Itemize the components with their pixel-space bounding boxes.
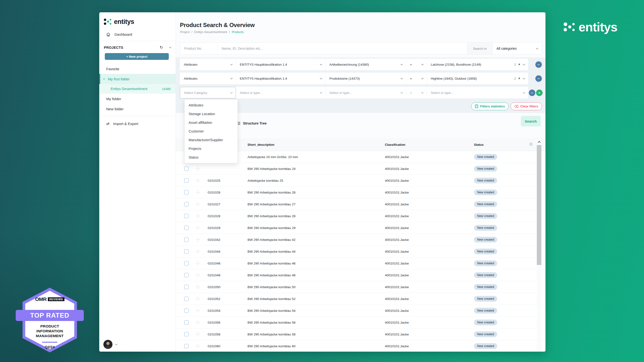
filter-classification-select[interactable]: ENTITYS Hauptklassifikation 1.4 [236,73,326,84]
row-checkbox[interactable] [184,226,188,230]
table-row[interactable]: 0101056 BW 290 Arbeitsjacke kornblau 56 … [176,317,546,329]
table-row[interactable]: 0101054 BW 290 Arbeitsjacke kornblau 54 … [176,305,546,317]
new-project-button[interactable]: + New project [105,53,169,60]
chevron-down-icon[interactable] [115,343,118,345]
category-dropdown-item[interactable]: Asset affiliation [184,118,238,127]
add-filter-button[interactable]: + [536,89,542,96]
drag-handle-icon[interactable] [196,297,202,301]
column-header-classification[interactable]: Classification [385,143,474,146]
column-header-description[interactable]: Short_description [248,143,385,146]
filter-value-select[interactable]: Highline (1643), Outdoor (1658) 2 × [427,73,528,84]
row-checkbox[interactable] [184,261,188,266]
sidebar-item-favorite[interactable]: Favorite [99,64,176,74]
filter-classification-select[interactable]: Select or type... [236,87,326,98]
sidebar-item-entitys-gesamtsortiment[interactable]: Entitys Gesamtsortiment 14385 [99,84,176,94]
table-row[interactable]: 0101026 BW 290 Arbeitsjacke kornblau 26 … [176,187,546,198]
filter-attribute-select[interactable]: Select or type... [326,87,406,98]
row-checkbox[interactable] [184,167,188,171]
row-checkbox[interactable] [184,190,188,195]
row-checkbox[interactable] [184,238,188,242]
filter-category-select[interactable]: Attributes [180,73,236,84]
category-filter-select[interactable]: All categories [492,43,542,54]
drag-handle-icon[interactable] [196,214,202,218]
breadcrumb-item[interactable]: Project [180,30,190,34]
filter-attribute-select[interactable]: Artikelbezeichnung (14380) [326,59,406,70]
drag-handle-icon[interactable] [196,238,202,242]
table-row[interactable]: 0101029 BW 290 Arbeitsjacke kornblau 29 … [176,222,546,234]
table-row[interactable]: 0101058 BW 290 Arbeitsjacke kornblau 58 … [176,329,546,340]
refresh-icon[interactable]: ↻ [160,45,163,50]
filter-category-select[interactable]: Attributes [180,59,236,70]
scrollbar-up-arrow[interactable] [537,139,542,145]
structure-tree-toggle[interactable]: Structure Tree [237,121,266,125]
drag-handle-icon[interactable] [196,226,202,230]
category-dropdown-item[interactable]: Manufacturer/Supplier [184,136,238,144]
filter-category-select[interactable]: Select Category [180,87,236,98]
filter-classification-select[interactable]: ENTITYS Hauptklassifikation 1.4 [236,59,326,70]
row-checkbox[interactable] [184,273,188,277]
category-dropdown-item[interactable]: Attributes [184,101,238,110]
row-checkbox[interactable] [184,178,188,183]
sidebar-item-dashboard[interactable]: Dashboard [99,25,176,36]
table-row[interactable]: 0101060 BW 290 Arbeitsjacke kornblau 60 … [176,340,546,352]
row-checkbox[interactable] [184,249,188,254]
scrollbar-thumb[interactable] [537,145,542,265]
drag-handle-icon[interactable] [196,273,202,277]
drag-handle-icon[interactable] [196,320,202,325]
filter-operator-select[interactable]: = [406,87,427,98]
category-dropdown-item[interactable]: Customer [184,127,238,136]
table-row[interactable]: 0101044 BW 290 Arbeitsjacke kornblau 44 … [176,246,546,258]
drag-handle-icon[interactable] [196,344,202,348]
clear-filters-button[interactable]: Clear filters [510,102,542,110]
breadcrumb-item[interactable]: Entitys Gesamtsortiment [194,30,227,34]
column-header-status[interactable]: Status [474,143,546,146]
table-row[interactable]: 0101050 BW 290 Arbeitsjacke kornblau 50 … [176,281,546,293]
row-checkbox[interactable] [184,285,188,289]
filter-operator-select[interactable]: = [406,59,427,70]
table-scrollbar[interactable] [537,139,542,352]
sidebar-item-import-export[interactable]: ⇄ Import & Export [99,116,176,126]
search-button[interactable]: Search [521,116,541,126]
clear-value-icon[interactable]: × [518,77,520,80]
drag-handle-icon[interactable] [196,285,202,289]
table-row[interactable]: 0101028 BW 290 Arbeitsjacke kornblau 28 … [176,210,546,222]
filter-value-select[interactable]: Latzhose (2158), Bundhose (2149) 2 × [427,59,528,70]
drag-handle-icon[interactable] [196,190,202,195]
row-checkbox[interactable] [184,202,188,206]
drag-handle-icon[interactable] [196,309,202,313]
clear-value-icon[interactable]: × [518,63,520,66]
category-dropdown-item[interactable]: Projects [184,144,238,153]
row-checkbox[interactable] [184,332,188,337]
drag-handle-icon[interactable] [196,332,202,337]
table-row[interactable]: BW 290 Arbeitsjacke kornblau 24 40010101… [176,163,546,175]
sidebar-item-my-folder[interactable]: My folder [99,94,176,104]
row-checkbox[interactable] [184,214,188,218]
filter-attribute-select[interactable]: Produktserie (14373) [326,73,406,84]
chevron-down-icon[interactable] [169,46,172,48]
table-row[interactable]: 0101052 BW 290 Arbeitsjacke kornblau 52 … [176,293,546,305]
remove-filter-button[interactable]: − [535,75,542,82]
drag-handle-icon[interactable] [196,249,202,254]
filter-value-select[interactable]: Select or type... [427,87,528,98]
drag-handle-icon[interactable] [196,178,202,183]
table-settings-gear-icon[interactable]: ⚙ [529,142,533,146]
sidebar-item-my-first-folder[interactable]: My first folder [99,74,176,84]
remove-filter-button[interactable]: − [535,61,542,68]
table-row[interactable]: 0101048 BW 290 Arbeitsjacke kornblau 48 … [176,269,546,281]
table-row[interactable]: 0101027 BW 290 Arbeitsjacke kornblau 27 … [176,198,546,210]
drag-handle-icon[interactable] [196,261,202,266]
row-checkbox[interactable] [184,344,188,348]
table-row[interactable]: 0101042 BW 290 Arbeitsjacke kornblau 42 … [176,234,546,246]
remove-filter-button[interactable]: − [529,89,535,96]
product-no-input[interactable] [184,46,217,50]
breadcrumb-item[interactable]: Products [232,30,244,34]
search-query-input[interactable] [222,46,467,50]
row-checkbox[interactable] [184,297,188,301]
sidebar-item-new-folder[interactable]: New folder [99,104,176,114]
category-dropdown-item[interactable]: Storage Location [184,110,238,118]
table-row[interactable]: 0101025 Arbeitsjacke kornblau 25 4001010… [176,175,546,187]
category-dropdown-item[interactable]: Status [184,153,238,162]
user-avatar[interactable] [103,340,112,349]
row-checkbox[interactable] [184,320,188,325]
drag-handle-icon[interactable] [196,167,202,171]
